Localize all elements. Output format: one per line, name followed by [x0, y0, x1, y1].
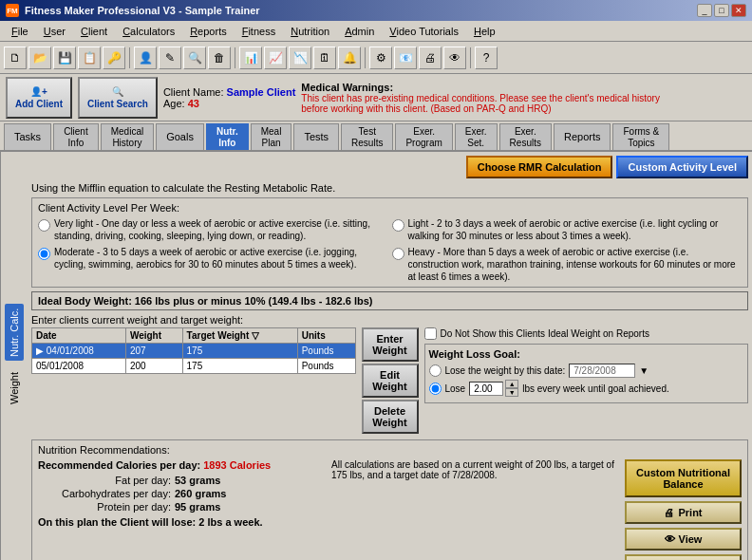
medical-box: Medical Warnings: This client has pre-ex…: [301, 82, 662, 114]
separator-3: [365, 47, 366, 68]
table-row[interactable]: 05/01/2008 200 175 Pounds: [32, 359, 356, 374]
tab-exer-program[interactable]: Exer.Program: [395, 123, 452, 150]
app-icon: FM: [6, 4, 19, 17]
tab-exer-set[interactable]: Exer.Set.: [455, 123, 498, 150]
menu-admin[interactable]: Admin: [337, 24, 382, 39]
toolbar-save[interactable]: 💾: [53, 47, 76, 69]
add-client-button[interactable]: 👤+ Add Client: [6, 77, 72, 119]
activity-radio-moderate[interactable]: [392, 219, 404, 232]
tab-test-results[interactable]: TestResults: [341, 123, 393, 150]
tab-tasks[interactable]: Tasks: [4, 123, 51, 150]
tab-reports[interactable]: Reports: [554, 123, 611, 150]
cell-weight: 207: [125, 344, 182, 359]
ideal-weight-section: Ideal Body Weight: 166 lbs plus or minus…: [31, 291, 748, 326]
activity-radio-heavy[interactable]: [392, 248, 404, 260]
calories-value: 1893 Calories: [203, 459, 271, 471]
maximize-button[interactable]: □: [714, 4, 729, 17]
nutrition-left: Recommended Calories per day: 1893 Calor…: [38, 459, 324, 560]
toolbar-help[interactable]: ?: [475, 47, 498, 69]
activity-radio-very-light[interactable]: [38, 219, 50, 232]
activity-label-light: Moderate - 3 to 5 days a week of aerobic…: [54, 246, 388, 271]
nutrition-inner: Recommended Calories per day: 1893 Calor…: [38, 459, 742, 560]
toolbar-new[interactable]: 🗋: [4, 47, 27, 69]
spinner-up[interactable]: ▲: [505, 380, 518, 388]
toolbar-open[interactable]: 📂: [28, 47, 51, 69]
toolbar-btn11[interactable]: 📈: [264, 47, 287, 69]
lose-unit-label: lbs every week until goal achieved.: [522, 383, 669, 394]
custom-balance-button[interactable]: Custom NutritionalBalance: [625, 459, 742, 497]
toolbar-btn15[interactable]: ⚙: [369, 47, 392, 69]
toolbar-btn9[interactable]: 🗑: [208, 47, 231, 69]
choose-rmr-button[interactable]: Choose RMR Calculation: [466, 156, 613, 178]
menu-video[interactable]: Video Tutorials: [382, 24, 466, 39]
toolbar-btn5[interactable]: 🔑: [103, 47, 125, 69]
custom-activity-button[interactable]: Custom Activity Level: [616, 156, 748, 178]
tab-meal-plan[interactable]: MealPlan: [251, 123, 292, 150]
weight-buttons: EnterWeight EditWeight DeleteWeight: [362, 327, 419, 434]
lose-text-row: On this plan the Client will lose: 2 lbs…: [38, 516, 324, 528]
nutrition-box: Nutrition Recommendations: Recommended C…: [31, 439, 748, 560]
app-title: Fitness Maker Professional V3 - Sample T…: [25, 5, 260, 16]
view-button[interactable]: 👁 View: [625, 528, 742, 551]
toolbar-btn17[interactable]: 🖨: [419, 47, 442, 69]
lose-by-date[interactable]: 7/28/2008: [569, 364, 635, 378]
tab-goals[interactable]: Goals: [156, 123, 204, 150]
toolbar-btn18[interactable]: 👁: [443, 47, 466, 69]
client-search-button[interactable]: 🔍 Client Search: [78, 77, 158, 119]
minimize-button[interactable]: _: [697, 4, 712, 17]
protein-label: Protein per day:: [38, 501, 171, 513]
table-row[interactable]: ▶ 04/01/2008 207 175 Pounds: [32, 344, 356, 359]
menu-help[interactable]: Help: [466, 24, 503, 39]
ideal-weight-checkbox[interactable]: [424, 327, 437, 340]
toolbar-btn7[interactable]: ✎: [159, 47, 181, 69]
activity-group-title: Client Activity Level Per Week:: [38, 202, 742, 214]
fat-row: Fat per day: 53 grams: [38, 475, 324, 486]
menu-reports[interactable]: Reports: [182, 24, 235, 39]
medical-warning-text: This client has pre-existing medical con…: [301, 93, 662, 114]
tab-client-info[interactable]: ClientInfo: [53, 123, 99, 150]
toolbar-btn4[interactable]: 📋: [78, 47, 101, 69]
protein-value: 95 grams: [175, 501, 220, 513]
client-info: Client Name: Sample Client Age: 43: [163, 86, 295, 109]
spinner-down[interactable]: ▼: [505, 388, 518, 397]
tab-forms-topics[interactable]: Forms &Topics: [612, 123, 669, 150]
side-tab-nutr-calc[interactable]: Nutr. Calc.: [5, 304, 24, 360]
menu-client[interactable]: Client: [73, 24, 115, 39]
tab-exer-results[interactable]: Exer.Results: [499, 123, 552, 150]
menu-file[interactable]: File: [4, 24, 36, 39]
tab-medical-history[interactable]: MedicalHistory: [101, 123, 154, 150]
lose-per-week-radio[interactable]: [429, 383, 442, 395]
cell-weight: 200: [125, 359, 182, 374]
delete-weight-button[interactable]: DeleteWeight: [362, 400, 419, 434]
menu-calculators[interactable]: Calculators: [115, 24, 182, 39]
client-name-value[interactable]: Sample Client: [227, 86, 296, 98]
toolbar-btn16[interactable]: 📧: [394, 47, 417, 69]
menu-fitness[interactable]: Fitness: [235, 24, 283, 39]
toolbar-btn13[interactable]: 🗓: [313, 47, 336, 69]
enter-weight-button[interactable]: EnterWeight: [362, 327, 419, 362]
help-button[interactable]: ? Help: [625, 554, 742, 560]
toolbar-btn6[interactable]: 👤: [134, 47, 157, 69]
edit-weight-button[interactable]: EditWeight: [362, 364, 419, 398]
activity-radio-light[interactable]: [38, 248, 50, 260]
tab-tests[interactable]: Tests: [293, 123, 339, 150]
menu-nutrition[interactable]: Nutrition: [283, 24, 337, 39]
fat-value: 53 grams: [175, 475, 220, 486]
lose-by-radio[interactable]: [429, 364, 442, 377]
toolbar-btn8[interactable]: 🔍: [183, 47, 206, 69]
client-age-row: Age: 43: [163, 98, 295, 109]
toolbar-btn12[interactable]: 📉: [289, 47, 311, 69]
activity-option-light: Moderate - 3 to 5 days a week of aerobic…: [38, 246, 388, 271]
toolbar-btn10[interactable]: 📊: [239, 47, 262, 69]
activity-grid: Very light - One day or less a week of a…: [38, 217, 742, 283]
tab-nutr-info[interactable]: Nutr.Info: [206, 123, 249, 150]
print-button[interactable]: 🖨 Print: [625, 501, 742, 524]
toolbar-btn14[interactable]: 🔔: [338, 47, 361, 69]
menu-user[interactable]: User: [36, 24, 73, 39]
client-name-row: Client Name: Sample Client: [163, 86, 295, 98]
close-button[interactable]: ✕: [731, 4, 746, 17]
cell-target: 175: [182, 344, 297, 359]
lose-value-input[interactable]: [469, 382, 503, 396]
separator-4: [470, 47, 471, 68]
side-tab-weight[interactable]: Weight: [5, 368, 24, 408]
